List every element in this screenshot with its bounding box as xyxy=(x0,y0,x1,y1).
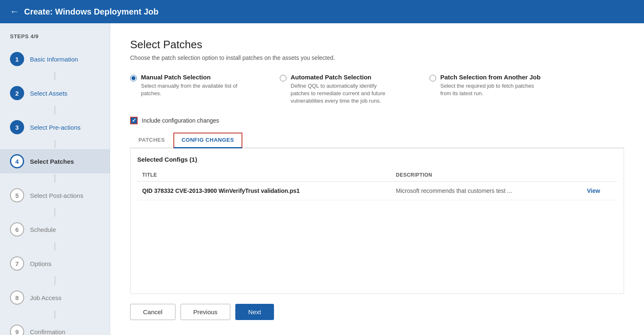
sidebar: STEPS 4/9 1 Basic Information 2 Select A… xyxy=(0,23,110,335)
tab-config-changes[interactable]: CONFIG CHANGES xyxy=(173,133,242,148)
step-label-4: Select Patches xyxy=(30,158,74,165)
sidebar-item-schedule[interactable]: 6 Schedule xyxy=(0,217,110,241)
col-action xyxy=(582,169,617,182)
step-label-3: Select Pre-actions xyxy=(30,124,81,131)
automated-patch-title: Automated Patch Selection xyxy=(291,74,396,81)
config-title: QID 378332 CVE-2013-3900 WinVerifyTrust … xyxy=(137,181,391,200)
step-circle-7: 7 xyxy=(10,256,24,271)
automated-patch-radio[interactable] xyxy=(280,75,286,81)
step-circle-3: 3 xyxy=(10,120,24,134)
patch-options-group: Manual Patch Selection Select manually f… xyxy=(130,74,624,105)
step-circle-5: 5 xyxy=(10,188,24,202)
table-container: Selected Configs (1) TITLE DESCRIPTION Q… xyxy=(130,148,624,294)
include-config-row: Include configuration changes xyxy=(130,117,624,124)
create-label: Create: xyxy=(24,7,55,16)
include-config-label: Include configuration changes xyxy=(142,117,219,124)
step-label-5: Select Post-actions xyxy=(30,192,83,199)
step-circle-8: 8 xyxy=(10,291,24,305)
manual-patch-desc: Select manually from the available list … xyxy=(141,82,247,97)
patch-option-automated[interactable]: Automated Patch Selection Define QQL to … xyxy=(280,74,396,105)
sidebar-item-confirmation[interactable]: 9 Confirmation xyxy=(0,320,110,335)
step-label-9: Confirmation xyxy=(30,328,65,335)
tab-patches[interactable]: PATCHES xyxy=(130,133,173,148)
steps-label: STEPS 4/9 xyxy=(0,33,110,39)
footer-buttons: Cancel Previous Next xyxy=(130,294,624,320)
table-row: QID 378332 CVE-2013-3900 WinVerifyTrust … xyxy=(137,181,617,200)
sidebar-item-select-pre-actions[interactable]: 3 Select Pre-actions xyxy=(0,115,110,139)
step-label-1: Basic Information xyxy=(30,56,78,63)
from-job-patch-title: Patch Selection from Another Job xyxy=(440,74,546,81)
from-job-patch-radio[interactable] xyxy=(429,75,436,81)
sidebar-item-select-patches[interactable]: 4 Select Patches xyxy=(0,149,110,173)
include-config-checkbox[interactable] xyxy=(130,117,138,124)
view-link[interactable]: View xyxy=(587,187,600,194)
manual-patch-title: Manual Patch Selection xyxy=(141,74,247,81)
config-description: Microsoft recommends that customers test… xyxy=(391,181,582,200)
step-circle-2: 2 xyxy=(10,86,24,100)
cancel-button[interactable]: Cancel xyxy=(130,304,175,320)
col-title: TITLE xyxy=(137,169,391,182)
from-job-patch-desc: Select the required job to fetch patches… xyxy=(440,82,546,97)
next-button[interactable]: Next xyxy=(235,304,274,320)
selected-configs-title: Selected Configs (1) xyxy=(137,148,617,169)
step-circle-1: 1 xyxy=(10,52,24,66)
page-subtitle: Choose the patch selection option to ins… xyxy=(130,54,624,61)
content-area: Select Patches Choose the patch selectio… xyxy=(110,23,644,335)
step-label-8: Job Access xyxy=(30,294,62,301)
automated-patch-desc: Define QQL to automatically identify pat… xyxy=(291,82,396,105)
manual-patch-radio[interactable] xyxy=(130,75,137,81)
step-circle-4: 4 xyxy=(10,154,24,168)
back-button[interactable]: ← xyxy=(10,6,19,17)
sidebar-item-select-assets[interactable]: 2 Select Assets xyxy=(0,81,110,105)
header: ← Create: Windows Deployment Job xyxy=(0,0,644,23)
config-table: TITLE DESCRIPTION QID 378332 CVE-2013-39… xyxy=(137,169,617,200)
sidebar-item-options[interactable]: 7 Options xyxy=(0,251,110,276)
sidebar-item-select-post-actions[interactable]: 5 Select Post-actions xyxy=(0,183,110,207)
step-circle-9: 9 xyxy=(10,325,24,335)
patch-option-manual[interactable]: Manual Patch Selection Select manually f… xyxy=(130,74,247,105)
previous-button[interactable]: Previous xyxy=(180,304,230,320)
job-title: Windows Deployment Job xyxy=(55,7,158,16)
col-description: DESCRIPTION xyxy=(391,169,582,182)
step-circle-6: 6 xyxy=(10,222,24,236)
header-title: Create: Windows Deployment Job xyxy=(24,7,158,17)
tabs-row: PATCHES CONFIG CHANGES xyxy=(130,133,624,148)
patch-option-from-job[interactable]: Patch Selection from Another Job Select … xyxy=(429,74,546,105)
step-label-7: Options xyxy=(30,260,52,267)
page-title: Select Patches xyxy=(130,38,624,51)
sidebar-item-basic-information[interactable]: 1 Basic Information xyxy=(0,47,110,71)
step-label-2: Select Assets xyxy=(30,90,67,97)
step-label-6: Schedule xyxy=(30,226,56,233)
sidebar-item-job-access[interactable]: 8 Job Access xyxy=(0,286,110,310)
